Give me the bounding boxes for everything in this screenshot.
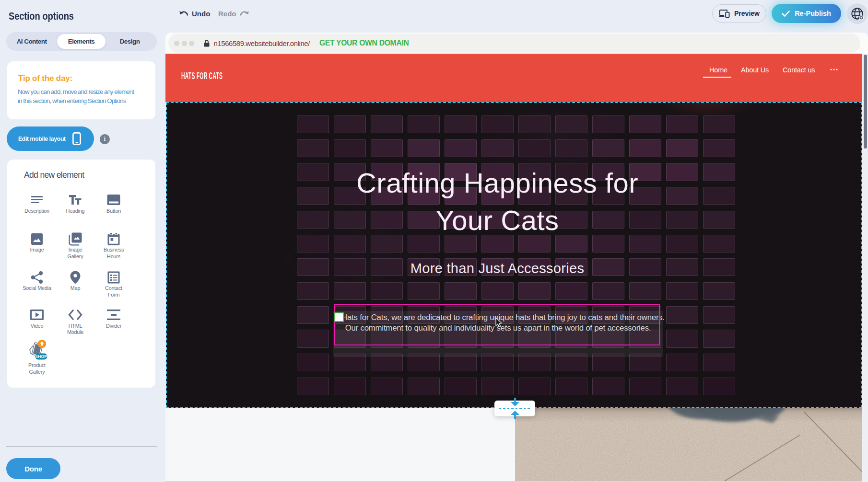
svg-text:SHOP: SHOP <box>35 354 47 359</box>
